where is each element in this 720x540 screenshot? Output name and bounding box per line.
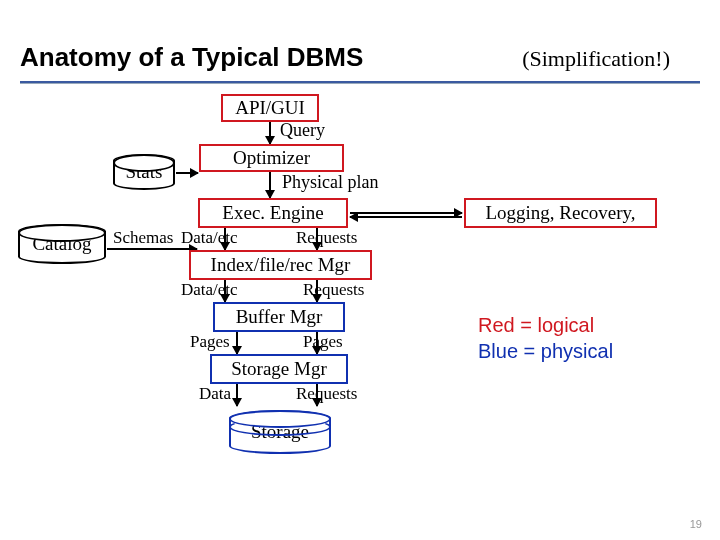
- catalog-cylinder: Catalog: [18, 224, 106, 264]
- requests-1-label: Requests: [296, 228, 357, 248]
- index-mgr-box: Index/file/rec Mgr: [189, 250, 372, 280]
- subtitle: (Simplification!): [522, 46, 670, 72]
- exec-engine-box: Exec. Engine: [198, 198, 348, 228]
- pages-2-label: Pages: [303, 332, 343, 352]
- arrow-api-to-optimizer: [269, 122, 271, 144]
- arrow-exec-to-logging: [350, 212, 462, 214]
- pages-1-label: Pages: [190, 332, 230, 352]
- logging-recovery-box: Logging, Recovery,: [464, 198, 657, 228]
- buffer-mgr-box: Buffer Mgr: [213, 302, 345, 332]
- physical-plan-label: Physical plan: [282, 172, 379, 193]
- storage-cylinder: Storage: [229, 410, 331, 454]
- data-etc-2-label: Data/etc: [181, 280, 238, 300]
- arrow-catalog-to-exec: [107, 248, 197, 250]
- page-number: 19: [690, 518, 702, 530]
- optimizer-box: Optimizer: [199, 144, 344, 172]
- schemas-label: Schemas: [113, 228, 173, 248]
- data-label: Data: [199, 384, 231, 404]
- stats-cylinder: Stats: [113, 154, 175, 190]
- title-underline: [20, 81, 700, 83]
- arrow-storage-down-left: [236, 384, 238, 406]
- arrow-buffer-down-left: [236, 332, 238, 354]
- requests-3-label: Requests: [296, 384, 357, 404]
- storage-mgr-box: Storage Mgr: [210, 354, 348, 384]
- requests-2-label: Requests: [303, 280, 364, 300]
- legend-red: Red = logical: [478, 312, 613, 338]
- legend: Red = logical Blue = physical: [478, 312, 613, 364]
- data-etc-1-label: Data/etc: [181, 228, 238, 248]
- legend-blue: Blue = physical: [478, 338, 613, 364]
- dbms-diagram: API/GUI Query Optimizer Stats Physical p…: [0, 86, 720, 506]
- arrow-logging-to-exec: [350, 216, 462, 218]
- arrow-stats-to-optimizer: [176, 172, 198, 174]
- arrow-optimizer-to-exec: [269, 172, 271, 198]
- query-label: Query: [280, 120, 325, 141]
- page-title: Anatomy of a Typical DBMS: [20, 42, 363, 73]
- api-gui-box: API/GUI: [221, 94, 319, 122]
